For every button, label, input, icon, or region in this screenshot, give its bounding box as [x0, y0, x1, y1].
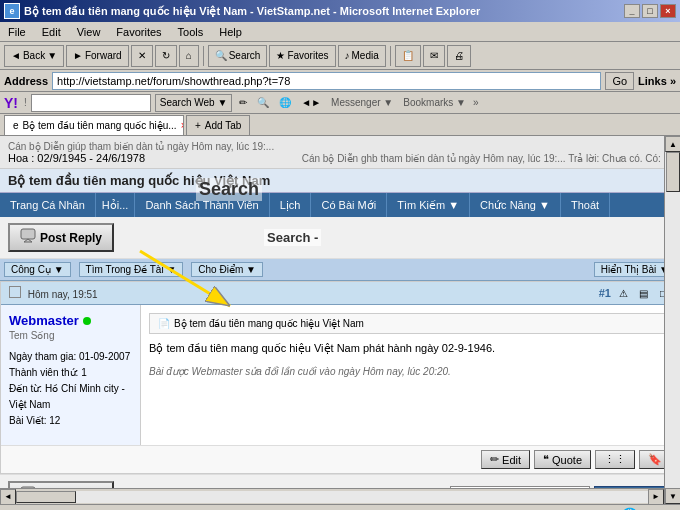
web-icon[interactable]: 🌐 [276, 97, 294, 108]
breadcrumb-text: Cán bộ Diễn giúp tham biến dàn tủ ngày H… [8, 141, 274, 152]
refresh-button[interactable]: ↻ [155, 45, 177, 67]
search-toolbar-button[interactable]: 🔍 Search [208, 45, 268, 67]
online-indicator [83, 317, 91, 325]
close-button[interactable]: × [660, 4, 676, 18]
search-icon: 🔍 [215, 50, 227, 61]
nav-profile[interactable]: Trang Cá Nhân [0, 193, 96, 217]
post-quote-box: 📄 Bộ tem đầu tiên mang quốc hiệu Việt Na… [149, 313, 671, 334]
menu-edit[interactable]: Edit [38, 24, 65, 40]
quote-button[interactable]: ❝ Quote [534, 450, 591, 469]
add-tab-label: Add Tab [205, 120, 242, 131]
menu-help[interactable]: Help [215, 24, 246, 40]
nav-members[interactable]: Danh Sách Thành Viên [135, 193, 269, 217]
title-bar: e Bộ tem đầu tiên mang quốc hiệu Việt Na… [0, 0, 680, 22]
media-toolbar-button[interactable]: ♪ Media [338, 45, 386, 67]
nav-help[interactable]: Hỏi... [96, 193, 136, 217]
nav-newposts[interactable]: Có Bài Mới [311, 193, 387, 217]
window-controls[interactable]: _ □ × [624, 4, 676, 18]
menu-tools[interactable]: Tools [174, 24, 208, 40]
post-reply-top-button[interactable]: Post Reply [8, 223, 114, 252]
content-area: Cán bộ Diễn giúp tham biến dàn tủ ngày H… [0, 136, 680, 504]
scroll-up-button[interactable]: ▲ [665, 136, 680, 152]
h-scrollbar-track [16, 491, 648, 503]
breadcrumb-date: Hoa : 02/9/1945 - 24/6/1978 [8, 152, 145, 164]
nav-calendar[interactable]: Lịch [270, 193, 312, 217]
messenger-btn[interactable]: Messenger ▼ [328, 97, 396, 108]
home-button[interactable]: ⌂ [179, 45, 199, 67]
bookmarks-btn[interactable]: Bookmarks ▼ [400, 97, 469, 108]
more-actions-button[interactable]: ⋮⋮ [595, 450, 635, 469]
pencil-icon[interactable]: ✏ [236, 97, 250, 108]
back-dropdown-icon: ▼ [47, 50, 57, 61]
forum-title-text: Bộ tem đầu tiên mang quốc hiệu Việt Nam [8, 173, 270, 188]
favorites-toolbar-button[interactable]: ★ Favorites [269, 45, 335, 67]
scroll-left-button[interactable]: ◄ [0, 489, 16, 505]
add-tab-button[interactable]: + Add Tab [186, 115, 250, 135]
tab-1[interactable]: e Bộ tem đầu tiên mang quốc hiệu... × [4, 115, 184, 135]
links-button[interactable]: Links » [638, 75, 676, 87]
post-header-right: #1 ⚠ ▤ □ [599, 285, 671, 301]
mail-toolbar-button[interactable]: ✉ [423, 45, 445, 67]
author-info: Ngày tham gia: 01-09-2007 Thành viên thứ… [9, 349, 132, 429]
tab-1-label: Bộ tem đầu tiên mang quốc hiệu... [23, 120, 177, 131]
back-arrow-icon: ◄ [11, 50, 21, 61]
nav-profile-label: Trang Cá Nhân [10, 199, 85, 211]
expand-icon[interactable]: » [473, 97, 479, 108]
stop-button[interactable]: ✕ [131, 45, 153, 67]
forum-title-bar: Bộ tem đầu tiên mang quốc hiệu Việt Nam [0, 169, 680, 193]
posts-row: Bài Viết: 12 [9, 413, 132, 429]
v-scrollbar-track [665, 152, 680, 488]
nav-functions[interactable]: Chức Năng ▼ [470, 193, 561, 217]
scroll-down-button[interactable]: ▼ [665, 488, 680, 504]
h-scrollbar[interactable]: ◄ ► [0, 488, 664, 504]
tab-bar: e Bộ tem đầu tiên mang quốc hiệu... × + … [0, 114, 680, 136]
title-bar-left: e Bộ tem đầu tiên mang quốc hiệu Việt Na… [4, 3, 480, 19]
post-author-panel: Webmaster Tem Sống Ngày tham gia: 01-09-… [1, 305, 141, 445]
cho-diem-button[interactable]: Cho Điểm ▼ [191, 262, 263, 277]
forward-button[interactable]: ► Forward [66, 45, 129, 67]
v-scrollbar-thumb[interactable] [666, 152, 680, 192]
address-input[interactable] [52, 72, 601, 90]
edit-button[interactable]: ✏ Edit [481, 450, 530, 469]
back-button[interactable]: ◄ Back ▼ [4, 45, 64, 67]
nav-search[interactable]: Tìm Kiếm ▼ [387, 193, 470, 217]
post-content-area: 📄 Bộ tem đầu tiên mang quốc hiệu Việt Na… [141, 305, 679, 445]
toolbar-separator-2 [390, 46, 391, 66]
status-bar: Mode: VNI [F9] | Spelling: ON [F8] | On/… [0, 504, 680, 510]
ie-search-icon[interactable]: 🔍 [254, 97, 272, 108]
history-icon: 📋 [402, 50, 414, 61]
scroll-right-button[interactable]: ► [648, 489, 664, 505]
quote-title: Bộ tem đầu tiên mang quốc hiệu Việt Nam [174, 318, 364, 329]
report-icon[interactable]: ▤ [635, 285, 651, 301]
maximize-button[interactable]: □ [642, 4, 658, 18]
nav-logout[interactable]: Thoát [561, 193, 610, 217]
forum-breadcrumb: Cán bộ Diễn giúp tham biến dàn tủ ngày H… [0, 136, 680, 169]
window-title: Bộ tem đầu tiên mang quốc hiệu Việt Nam … [24, 5, 480, 18]
tim-trong-button[interactable]: Tìm Trong Đề Tài ▼ [79, 262, 184, 277]
member-level-row: Thành viên thứ: 1 [9, 365, 132, 381]
location-row: Đến từ: Hồ Chí Minh city - Việt Nam [9, 381, 132, 413]
nav-newposts-label: Có Bài Mới [321, 199, 376, 212]
warning-icon[interactable]: ⚠ [615, 285, 631, 301]
post-time: Hôm nay, 19:51 [9, 286, 98, 300]
v-scrollbar[interactable]: ▲ ▼ [664, 136, 680, 504]
menu-favorites[interactable]: Favorites [112, 24, 165, 40]
tab-ie-icon: e [13, 120, 19, 131]
h-scrollbar-thumb[interactable] [16, 491, 76, 503]
print-toolbar-button[interactable]: 🖨 [447, 45, 471, 67]
menu-file[interactable]: File [4, 24, 30, 40]
home-icon: ⌂ [186, 50, 192, 61]
search-web-button[interactable]: Search Web ▼ [155, 94, 233, 112]
tab-close-icon[interactable]: × [181, 120, 184, 131]
thread-toolbar: Công Cụ ▼ Tìm Trong Đề Tài ▼ Cho Điểm ▼ … [0, 259, 680, 281]
post-reply-top-area: Post Reply [0, 217, 680, 259]
nav-arrow-icon[interactable]: ◄► [298, 97, 324, 108]
author-link[interactable]: Webmaster [9, 313, 79, 328]
post-reply-icon [20, 228, 36, 247]
history-toolbar-button[interactable]: 📋 [395, 45, 421, 67]
menu-view[interactable]: View [73, 24, 105, 40]
yahoo-search-input[interactable] [31, 94, 151, 112]
minimize-button[interactable]: _ [624, 4, 640, 18]
go-button[interactable]: Go [605, 72, 634, 90]
cong-cu-button[interactable]: Công Cụ ▼ [4, 262, 71, 277]
